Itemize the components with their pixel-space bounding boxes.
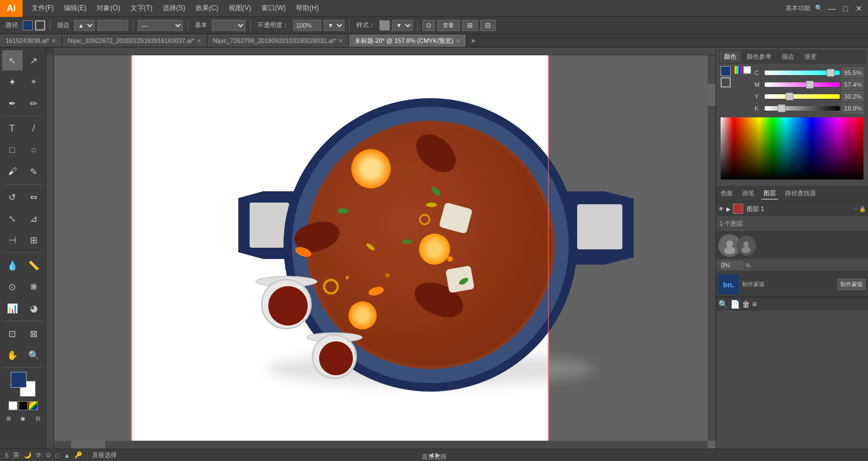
pen-tool[interactable]: ✒ xyxy=(2,93,23,113)
k-slider-thumb[interactable] xyxy=(778,104,786,112)
m-value-input[interactable] xyxy=(842,80,863,90)
line-tool[interactable]: / xyxy=(24,118,44,139)
direct-selection-tool[interactable]: ↗ xyxy=(24,50,44,71)
black-swatch[interactable] xyxy=(19,401,28,410)
y-value-input[interactable] xyxy=(842,91,863,102)
ellipse-tool[interactable]: ○ xyxy=(24,140,44,160)
draw-mode-btn[interactable]: ◉ xyxy=(16,411,30,425)
menu-help[interactable]: 帮助(H) xyxy=(291,1,324,15)
tab-close-2[interactable]: ✕ xyxy=(338,38,343,44)
tab-brushes[interactable]: 画笔 xyxy=(740,188,757,200)
stroke-type-select[interactable]: — xyxy=(138,20,183,31)
scrollbar-horizontal[interactable] xyxy=(54,441,708,449)
none-swatch[interactable] xyxy=(8,401,18,410)
add-anchor-tool[interactable]: ✏ xyxy=(24,93,44,113)
layer-more-icon[interactable]: ≡ xyxy=(752,300,757,309)
selection-tool[interactable]: ↖ xyxy=(2,50,23,71)
eyedropper-tool[interactable]: 💧 xyxy=(2,255,23,275)
c-slider-thumb[interactable] xyxy=(827,69,835,77)
menu-object[interactable]: 对象(O) xyxy=(92,1,124,15)
close-button[interactable]: ✕ xyxy=(854,4,863,13)
reflect-tool[interactable]: ⇔ xyxy=(24,187,44,207)
tab-close-1[interactable]: ✕ xyxy=(197,38,201,44)
tab-more-button[interactable]: » xyxy=(466,34,480,47)
layer-options-icon[interactable]: ⋯ xyxy=(853,206,859,212)
c-value-input[interactable] xyxy=(842,68,863,78)
zoom-tool[interactable]: 🔍 xyxy=(24,345,44,365)
scroll-thumb-horizontal[interactable] xyxy=(71,441,105,449)
m-slider-thumb[interactable] xyxy=(806,81,814,89)
screen-mode-btn[interactable]: ⊞ xyxy=(2,411,15,425)
c-slider[interactable] xyxy=(765,71,840,75)
fill-swatch[interactable] xyxy=(23,20,33,30)
style2-select[interactable]: ▼ xyxy=(392,20,413,31)
canvas-area[interactable] xyxy=(46,47,716,449)
k-slider[interactable] xyxy=(765,106,840,111)
add-layer-icon[interactable]: 📄 xyxy=(730,300,740,309)
layer-expand-icon[interactable]: ▶ xyxy=(726,206,731,212)
stroke-value-input[interactable] xyxy=(97,20,128,31)
scale-tool[interactable]: ⤡ xyxy=(2,208,23,229)
scrollbar-vertical[interactable] xyxy=(708,55,716,441)
y-slider-thumb[interactable] xyxy=(786,93,793,100)
tab-1[interactable]: Nipic_10922672_20200225183916183037.ai* … xyxy=(62,34,207,47)
delete-layer-icon[interactable]: 🗑 xyxy=(742,300,750,309)
lasso-tool[interactable]: ⌖ xyxy=(24,72,44,92)
type-tool[interactable]: T xyxy=(2,118,23,139)
magic-wand-tool[interactable]: ✦ xyxy=(2,72,23,92)
active-fill-swatch[interactable] xyxy=(721,66,731,76)
search-layers-icon[interactable]: 🔍 xyxy=(718,300,728,309)
tab-layers[interactable]: 图层 xyxy=(761,188,778,200)
tab-gradient[interactable]: 渐变 xyxy=(800,51,821,63)
paintbrush-tool[interactable]: 🖌 xyxy=(2,161,23,182)
tab-0[interactable]: 1615243838.ai* ✕ xyxy=(0,34,62,47)
transform-tool[interactable]: ⊞ xyxy=(24,230,44,250)
tab-color-guide[interactable]: 颜色参考 xyxy=(742,51,776,63)
transform-btn[interactable]: 变量 xyxy=(437,20,460,31)
opacity-select[interactable]: ▼ xyxy=(324,20,344,31)
layer-lock-icon[interactable]: 🔒 xyxy=(859,206,866,212)
menu-edit[interactable]: 编辑(E) xyxy=(59,1,91,15)
rotate-tool[interactable]: ↺ xyxy=(2,187,23,207)
fill-color-box[interactable] xyxy=(11,372,27,388)
gradient-swatch[interactable] xyxy=(29,401,38,410)
stroke-swatch[interactable] xyxy=(35,20,45,30)
menu-view[interactable]: 视图(V) xyxy=(224,1,256,15)
y-slider[interactable] xyxy=(765,94,840,99)
blend-tool[interactable]: ⊙ xyxy=(2,276,23,297)
pie-tool[interactable]: ◕ xyxy=(24,298,44,318)
k-value-input[interactable] xyxy=(842,103,863,113)
place-btn[interactable]: ⊟ xyxy=(31,411,45,425)
pencil-tool[interactable]: ✎ xyxy=(24,161,44,182)
spectrum-icon[interactable] xyxy=(734,66,742,74)
hand-tool[interactable]: ✋ xyxy=(2,345,23,365)
menu-file[interactable]: 文件(F) xyxy=(27,1,58,15)
opacity-input[interactable] xyxy=(293,20,321,31)
menu-select[interactable]: 选择(S) xyxy=(158,1,190,15)
m-slider[interactable] xyxy=(765,82,840,87)
layer-visibility-icon[interactable]: 👁 xyxy=(718,206,724,212)
distribute-btn[interactable]: ⊟ xyxy=(480,20,496,31)
slice-tool[interactable]: ⊠ xyxy=(24,323,44,344)
color-spectrum-picker[interactable] xyxy=(721,117,863,179)
width-tool[interactable]: ⊣ xyxy=(2,230,23,250)
scroll-thumb-vertical[interactable] xyxy=(708,84,716,106)
tab-close-0[interactable]: ✕ xyxy=(51,38,56,44)
shear-tool[interactable]: ⊿ xyxy=(24,208,44,229)
tab-color[interactable]: 颜色 xyxy=(719,51,741,63)
layer-opacity-input[interactable] xyxy=(721,261,743,269)
maximize-button[interactable]: □ xyxy=(841,4,850,13)
fill-stroke-switcher[interactable] xyxy=(11,372,36,397)
tab-3[interactable]: 未标题-20* @ 157.8% (CMYK/预览) ✕ xyxy=(349,34,466,47)
nav-right-arrow[interactable]: ▶ xyxy=(435,451,440,459)
tab-swatches[interactable]: 色板 xyxy=(718,188,735,200)
menu-window[interactable]: 窗口(W) xyxy=(257,1,290,15)
nav-left-arrow[interactable]: ◀ xyxy=(429,451,433,459)
tab-pathfinder[interactable]: 路径查找器 xyxy=(783,188,818,200)
active-stroke-swatch[interactable] xyxy=(721,77,731,87)
tab-close-3[interactable]: ✕ xyxy=(456,38,460,44)
envelope-btn[interactable]: ⊙ xyxy=(422,20,435,31)
graph-tool[interactable]: 📊 xyxy=(2,298,23,318)
tab-2[interactable]: Nipic_7262799_20190920103330028031.ai* ✕ xyxy=(207,34,349,47)
tab-stroke[interactable]: 描边 xyxy=(777,51,799,63)
